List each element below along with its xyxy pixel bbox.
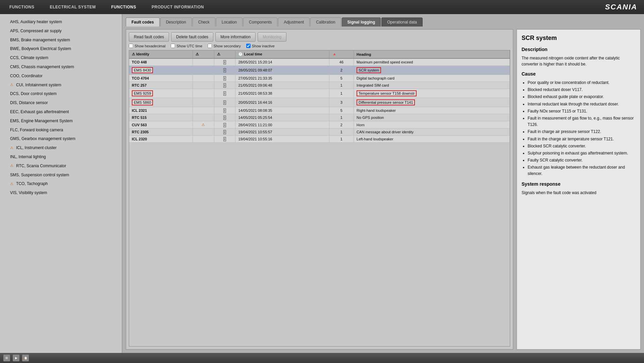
- identity-cell: RTC 257: [129, 82, 193, 89]
- sidebar-item-bms[interactable]: BMS, Brake management system: [0, 36, 122, 45]
- info-cell: i: [214, 129, 235, 136]
- cause-list-item: Sulphur poisoning in exhaust gas aftertr…: [528, 150, 636, 156]
- info-square-icon: i: [223, 137, 226, 141]
- delete-fault-button[interactable]: Delete fault codes: [171, 32, 213, 42]
- table-row[interactable]: EMS 9259i21/05/2021 08:53:381Temperature…: [129, 89, 510, 98]
- tab-description[interactable]: Description: [160, 17, 192, 27]
- count-cell: 1: [329, 136, 354, 143]
- tab-calibration[interactable]: Calibration: [310, 17, 341, 27]
- show-hex-input[interactable]: [129, 44, 133, 48]
- warn-cell: ⚠: [193, 121, 214, 129]
- tab-fault-codes[interactable]: Fault codes: [126, 17, 160, 27]
- tab-signal-logging[interactable]: Signal logging: [342, 17, 381, 27]
- sidebar-label-sms: SMS, Suspension control system: [10, 172, 69, 178]
- time-cell: 28/05/2021 09:48:07: [235, 66, 329, 75]
- monitoring-button[interactable]: Monitoring: [258, 32, 286, 42]
- warn-cell: [193, 107, 214, 114]
- warning-icon-tco: ⚠: [10, 181, 13, 186]
- cause-list-item: Blocked exhaust guide plate or evaporato…: [528, 94, 636, 100]
- heading-boxed: Temperature sensor T158 downstr: [357, 90, 417, 96]
- table-row[interactable]: EMS 8430i28/05/2021 09:48:072SCR system: [129, 66, 510, 75]
- menu-electrical[interactable]: ELECTRICAL SYSTEM: [47, 3, 99, 11]
- sidebar-label-gms: GMS, Gearbox management system: [10, 136, 75, 142]
- sidebar-item-dcs[interactable]: DCS, Door control system: [0, 89, 122, 98]
- sidebar-label-cms: CMS, Chassis management system: [10, 64, 74, 70]
- tab-operational-data[interactable]: Operational data: [381, 17, 423, 27]
- sidebar-item-sms[interactable]: SMS, Suspension control system: [0, 171, 122, 180]
- table-row[interactable]: ICL 2321i14/05/2021 08:08:355Right-hand …: [129, 107, 510, 114]
- table-row[interactable]: RTC 515i14/05/2021 05:25:541No GPS posit…: [129, 114, 510, 121]
- identity-boxed: EMS 5860: [132, 99, 153, 105]
- sidebar-label-coo: COO, Coordinator: [10, 73, 43, 79]
- show-utc-input[interactable]: [171, 44, 175, 48]
- tab-adjustment[interactable]: Adjustment: [278, 17, 310, 27]
- info-cell: i: [214, 82, 235, 89]
- time-cell: 14/05/2021 05:25:54: [235, 114, 329, 121]
- identity-cell: ICL 2320: [129, 136, 193, 143]
- warning-icon-icl: ⚠: [10, 145, 13, 150]
- count-cell: 1: [329, 129, 354, 136]
- sidebar-item-icl[interactable]: ⚠ ICL, Instrument cluster: [0, 143, 122, 152]
- cause-list-item: Faulty NOx sensor T115 or T131.: [528, 108, 636, 115]
- show-secondary-input[interactable]: [208, 44, 212, 48]
- warn-cell: [193, 89, 214, 98]
- table-row[interactable]: EMS 5860i20/05/2021 16:44:163Differentia…: [129, 98, 510, 107]
- time-cell: 28/05/2021 15:20:14: [235, 58, 329, 66]
- table-row[interactable]: ICL 2320i19/04/2021 10:55:161Left-hand l…: [129, 136, 510, 143]
- sidebar-item-flc[interactable]: FLC, Forward looking camera: [0, 126, 122, 135]
- sidebar-item-bwe[interactable]: BWE, Bodywork Electrical System: [0, 44, 122, 53]
- sidebar-item-rtc[interactable]: ⚠ RTC, Scania Communicator: [0, 162, 122, 171]
- more-info-button[interactable]: More information: [215, 32, 256, 42]
- sidebar-item-tco[interactable]: ⚠ TCO, Tachograph: [0, 179, 122, 188]
- count-cell: 5: [329, 75, 354, 82]
- cause-list-item: Internal reductant leak through the redu…: [528, 101, 636, 107]
- sidebar-item-cms[interactable]: CMS, Chassis management system: [0, 62, 122, 72]
- heading-cell: SCR system: [354, 66, 510, 75]
- sidebar-item-aps[interactable]: APS, Compressed air supply: [0, 27, 122, 36]
- heading-cell: Differential pressure sensor T141: [354, 98, 510, 107]
- sidebar-item-coo[interactable]: COO, Coordinator: [0, 72, 122, 81]
- show-utc-checkbox[interactable]: Show UTC time: [171, 44, 202, 48]
- taskbar-icon-3[interactable]: 📋: [22, 355, 29, 361]
- info-square-icon: i: [223, 116, 226, 120]
- sidebar-item-ahs[interactable]: AHS, Auxiliary heater system: [0, 17, 122, 27]
- tab-components[interactable]: Components: [243, 17, 277, 27]
- table-row[interactable]: CUV 563⚠i28/04/2021 11:21:002Horn: [129, 121, 510, 129]
- sidebar-item-cui[interactable]: ⚠ CUI, Infotainment system: [0, 81, 122, 90]
- cause-list-item: Exhaust gas leakage between the reductan…: [528, 164, 636, 177]
- menu-functions2[interactable]: FUNCTIONS: [108, 3, 139, 11]
- table-row[interactable]: TCO 448i28/05/2021 15:20:1446Maximum per…: [129, 58, 510, 66]
- menu-functions[interactable]: FUNCTIONS: [7, 3, 37, 11]
- info-cell: i: [214, 114, 235, 121]
- show-inactive-input[interactable]: [246, 44, 251, 48]
- table-row[interactable]: TCO 4704i27/05/2021 21:33:355Digital tac…: [129, 75, 510, 82]
- info-square-icon: i: [223, 76, 226, 81]
- count-cell: 1: [329, 114, 354, 121]
- table-row[interactable]: RTC 2305i19/04/2021 10:55:571CAN message…: [129, 129, 510, 136]
- sidebar-item-ems[interactable]: EMS, Engine Management System: [0, 117, 122, 126]
- taskbar-icon-2[interactable]: ▶: [13, 355, 19, 361]
- sidebar-item-inl[interactable]: INL, Internal lighting: [0, 152, 122, 162]
- sidebar-item-ccs[interactable]: CCS, Climate system: [0, 53, 122, 62]
- table-row[interactable]: RTC 257i21/05/2021 09:06:481Integrated S…: [129, 82, 510, 89]
- sidebar-item-vis[interactable]: VIS, Visibility system: [0, 188, 122, 197]
- show-secondary-checkbox[interactable]: Show secondary: [208, 44, 240, 48]
- tabs-row: Fault codes Description Check Location C…: [126, 17, 641, 27]
- sidebar-label-ccs: CCS, Climate system: [10, 55, 48, 61]
- menu-product-info[interactable]: PRODUCT INFORMATION: [149, 3, 207, 11]
- show-hex-checkbox[interactable]: Show hexadecimal: [129, 44, 165, 48]
- show-inactive-checkbox[interactable]: Show inactive: [246, 44, 275, 48]
- info-square-icon: i: [223, 91, 226, 96]
- info-square-icon: i: [223, 83, 226, 88]
- taskbar-icon-1[interactable]: ⊞: [3, 355, 10, 361]
- sidebar-item-dis[interactable]: DIS, Distance sensor: [0, 98, 122, 107]
- show-secondary-label: Show secondary: [213, 44, 240, 48]
- tab-check[interactable]: Check: [193, 17, 215, 27]
- sidebar-item-gms[interactable]: GMS, Gearbox management system: [0, 134, 122, 143]
- cause-list-item: Blocked SCR catalytic converter.: [528, 143, 636, 149]
- warn-cell: [193, 66, 214, 75]
- tab-location[interactable]: Location: [216, 17, 243, 27]
- sidebar-item-eec[interactable]: EEC, Exhaust gas aftertreatment: [0, 107, 122, 117]
- col-localtime: 🕐 Local time: [235, 50, 329, 58]
- read-fault-button[interactable]: Read fault codes: [129, 32, 169, 42]
